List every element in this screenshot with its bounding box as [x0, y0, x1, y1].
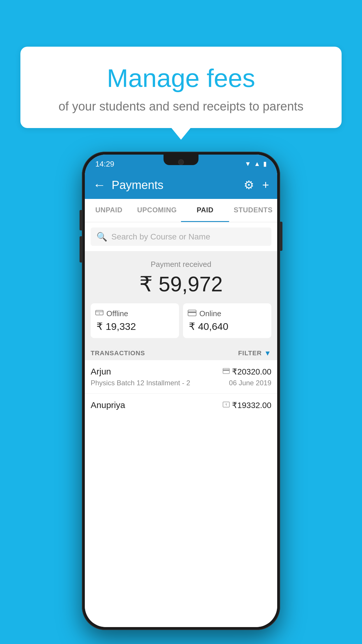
- payment-summary: Payment received ₹ 59,972 ₹: [85, 251, 277, 344]
- svg-text:₹: ₹: [99, 312, 100, 315]
- svg-rect-5: [223, 368, 229, 374]
- table-row[interactable]: Arjun ₹20320.00: [85, 360, 277, 394]
- transaction-list: Arjun ₹20320.00: [85, 360, 277, 627]
- offline-payment-icon: ₹: [95, 309, 103, 318]
- tab-paid[interactable]: PAID: [181, 199, 229, 222]
- signal-icon: ▲: [254, 160, 260, 168]
- online-amount: ₹ 40,640: [189, 321, 228, 332]
- transaction-type-icon: [223, 368, 230, 375]
- phone-screen: 14:29 ▼ ▲ ▮ ← Payments ⚙ +: [85, 155, 277, 627]
- app-bar-actions: ⚙ +: [244, 178, 269, 192]
- search-icon: 🔍: [96, 232, 107, 242]
- course-info: Physics Batch 12 Installment - 2: [91, 379, 190, 387]
- search-input[interactable]: Search by Course or Name: [111, 232, 210, 242]
- tab-unpaid[interactable]: UNPAID: [85, 199, 133, 222]
- payment-total-amount: ₹ 59,972: [91, 272, 271, 296]
- back-button[interactable]: ←: [93, 178, 106, 192]
- filter-label: FILTER: [238, 349, 262, 357]
- amount-wrap: ₹ ₹19332.00: [223, 400, 271, 410]
- online-label: Online: [199, 309, 221, 318]
- phone-notch: [164, 155, 198, 165]
- transaction-type-icon-offline: ₹: [223, 402, 230, 409]
- volume-up-button: [80, 210, 82, 230]
- online-payment-icon: [188, 309, 196, 318]
- payment-received-label: Payment received: [91, 260, 271, 269]
- volume-down-button: [80, 236, 82, 262]
- online-card-header: Online: [188, 309, 221, 318]
- student-name: Anupriya: [91, 400, 125, 410]
- svg-rect-4: [188, 312, 196, 313]
- status-icons: ▼ ▲ ▮: [245, 160, 267, 168]
- student-name: Arjun: [91, 367, 111, 377]
- offline-label: Offline: [106, 309, 128, 318]
- battery-icon: ▮: [263, 160, 267, 168]
- app-bar: ← Payments ⚙ +: [85, 171, 277, 199]
- svg-text:₹: ₹: [225, 403, 227, 406]
- settings-icon[interactable]: ⚙: [244, 178, 254, 192]
- add-icon[interactable]: +: [262, 178, 269, 192]
- filter-button[interactable]: FILTER ▼: [238, 349, 271, 357]
- tabs-container: UNPAID UPCOMING PAID STUDENTS: [85, 199, 277, 222]
- search-box[interactable]: 🔍 Search by Course or Name: [91, 228, 271, 246]
- tab-students[interactable]: STUDENTS: [229, 199, 277, 222]
- transaction-amount: ₹20320.00: [232, 367, 271, 377]
- front-camera: [178, 159, 184, 165]
- offline-payment-card: ₹ Offline ₹ 19,332: [91, 303, 179, 338]
- transaction-date: 06 June 2019: [229, 379, 271, 387]
- svg-rect-6: [223, 370, 229, 371]
- offline-amount: ₹ 19,332: [96, 321, 136, 332]
- bubble-subtitle: of your students and send receipts to pa…: [32, 99, 330, 113]
- transaction-amount: ₹19332.00: [232, 400, 271, 410]
- filter-icon: ▼: [264, 349, 271, 357]
- table-row[interactable]: Anupriya ₹ ₹19332.00: [85, 394, 277, 416]
- transactions-header: TRANSACTIONS FILTER ▼: [85, 344, 277, 360]
- transactions-label: TRANSACTIONS: [91, 349, 145, 357]
- payment-cards: ₹ Offline ₹ 19,332: [91, 303, 271, 338]
- wifi-icon: ▼: [245, 160, 251, 168]
- tab-upcoming[interactable]: UPCOMING: [133, 199, 181, 222]
- amount-wrap: ₹20320.00: [223, 367, 271, 377]
- search-container: 🔍 Search by Course or Name: [85, 222, 277, 251]
- offline-card-header: ₹ Offline: [95, 309, 128, 318]
- speech-bubble: Manage fees of your students and send re…: [20, 47, 342, 128]
- bubble-title: Manage fees: [32, 64, 330, 92]
- phone-device: 14:29 ▼ ▲ ▮ ← Payments ⚙ +: [82, 152, 280, 630]
- app-bar-title: Payments: [112, 178, 244, 192]
- power-button: [280, 222, 282, 251]
- status-time: 14:29: [95, 160, 114, 169]
- online-payment-card: Online ₹ 40,640: [183, 303, 271, 338]
